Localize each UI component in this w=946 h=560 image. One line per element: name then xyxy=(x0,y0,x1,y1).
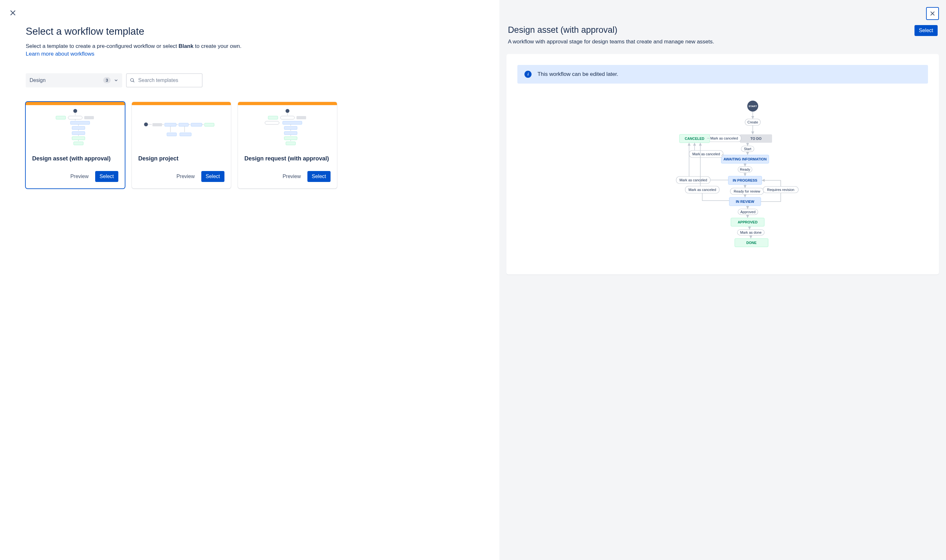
svg-rect-24 xyxy=(284,126,297,129)
transition-create: Create xyxy=(747,120,758,124)
preview-button[interactable]: Preview xyxy=(66,171,93,182)
svg-rect-5 xyxy=(71,121,90,125)
card-accent-bar xyxy=(26,102,125,105)
info-banner: i This workflow can be edited later. xyxy=(517,65,928,83)
close-dialog-button[interactable] xyxy=(6,6,19,19)
card-accent-bar xyxy=(132,102,231,105)
transition-ready: Ready xyxy=(740,168,750,171)
status-todo: TO DO xyxy=(750,137,761,140)
transition-approved: Approved xyxy=(740,210,755,214)
transition-start: Start xyxy=(744,147,751,151)
template-preview-panel: Design asset (with approval) Select A wo… xyxy=(499,0,946,560)
transition-mark-canceled-1: Mark as canceled xyxy=(710,136,738,140)
search-templates-field[interactable] xyxy=(126,73,203,88)
preview-title: Design asset (with approval) xyxy=(508,25,617,35)
category-label: Design xyxy=(29,77,46,83)
chevron-down-icon xyxy=(114,78,118,83)
status-done: DONE xyxy=(746,241,757,245)
svg-rect-12 xyxy=(165,123,176,126)
template-card-design-project[interactable]: Design project Preview Select xyxy=(132,102,231,188)
search-input[interactable] xyxy=(138,77,199,83)
svg-rect-16 xyxy=(167,133,177,136)
svg-rect-21 xyxy=(297,116,306,119)
status-in-progress: IN PROGRESS xyxy=(732,178,757,182)
transition-requires-revision: Requires revision xyxy=(767,188,794,192)
status-awaiting: AWAITING INFORMATION xyxy=(723,157,767,161)
card-title: Design project xyxy=(138,155,225,162)
svg-rect-8 xyxy=(72,137,85,140)
close-preview-button[interactable] xyxy=(926,7,939,20)
svg-rect-3 xyxy=(68,116,82,119)
transition-ready-for-review: Ready for review xyxy=(734,189,760,193)
status-canceled: CANCELED xyxy=(685,137,704,140)
close-icon xyxy=(9,9,16,16)
card-title: Design request (with approval) xyxy=(245,155,331,162)
preview-button[interactable]: Preview xyxy=(172,171,199,182)
svg-rect-17 xyxy=(180,133,191,136)
transition-mark-canceled-2: Mark as canceled xyxy=(692,152,720,156)
transition-mark-canceled-3: Mark as canceled xyxy=(680,178,707,182)
category-count-badge: 3 xyxy=(103,77,111,83)
transition-mark-canceled-4: Mark as canceled xyxy=(688,188,716,192)
svg-rect-14 xyxy=(191,123,202,126)
workflow-diagram: START Create TO DO Mark as canceled CANC… xyxy=(517,100,928,264)
svg-point-10 xyxy=(144,123,148,126)
info-icon: i xyxy=(525,71,532,78)
svg-rect-15 xyxy=(205,123,214,126)
template-card-design-request[interactable]: Design request (with approval) Preview S… xyxy=(238,102,337,188)
svg-rect-19 xyxy=(268,116,278,119)
status-approved: APPROVED xyxy=(738,220,758,224)
card-thumbnail xyxy=(26,105,125,153)
template-card-design-asset[interactable]: Design asset (with approval) Preview Sel… xyxy=(26,102,125,188)
svg-rect-20 xyxy=(280,116,295,119)
card-title: Design asset (with approval) xyxy=(32,155,118,162)
select-button[interactable]: Select xyxy=(95,171,118,182)
svg-rect-25 xyxy=(284,131,297,135)
svg-rect-2 xyxy=(56,116,66,119)
close-icon xyxy=(930,11,935,16)
workflow-preview-box: i This workflow can be edited later. STA… xyxy=(506,54,939,275)
svg-rect-6 xyxy=(72,126,85,129)
select-template-button[interactable]: Select xyxy=(914,25,938,36)
svg-rect-27 xyxy=(286,142,295,145)
svg-rect-13 xyxy=(179,123,188,126)
info-text: This workflow can be edited later. xyxy=(537,71,618,77)
card-accent-bar xyxy=(238,102,337,105)
start-label: START xyxy=(749,105,757,108)
search-icon xyxy=(130,77,135,83)
select-button[interactable]: Select xyxy=(201,171,225,182)
template-list-panel: Select a workflow template Select a temp… xyxy=(0,0,499,560)
svg-rect-23 xyxy=(283,121,302,125)
category-dropdown[interactable]: Design 3 xyxy=(26,73,122,88)
transition-mark-as-done: Mark as done xyxy=(740,231,761,234)
svg-rect-4 xyxy=(84,116,94,119)
svg-rect-22 xyxy=(265,121,279,125)
preview-description: A workflow with approval stage for desig… xyxy=(506,38,939,45)
learn-more-link[interactable]: Learn more about workflows xyxy=(26,51,474,57)
card-thumbnail xyxy=(238,105,337,153)
page-description: Select a template to create a pre-config… xyxy=(26,42,474,50)
status-in-review: IN REVIEW xyxy=(736,200,754,203)
svg-rect-11 xyxy=(152,123,162,126)
svg-rect-7 xyxy=(72,131,85,135)
card-thumbnail xyxy=(132,105,231,153)
page-title: Select a workflow template xyxy=(26,26,474,37)
svg-rect-26 xyxy=(284,137,297,140)
select-button[interactable]: Select xyxy=(308,171,331,182)
svg-point-18 xyxy=(286,109,289,113)
preview-button[interactable]: Preview xyxy=(278,171,306,182)
svg-rect-9 xyxy=(74,142,83,145)
svg-point-1 xyxy=(73,109,77,113)
